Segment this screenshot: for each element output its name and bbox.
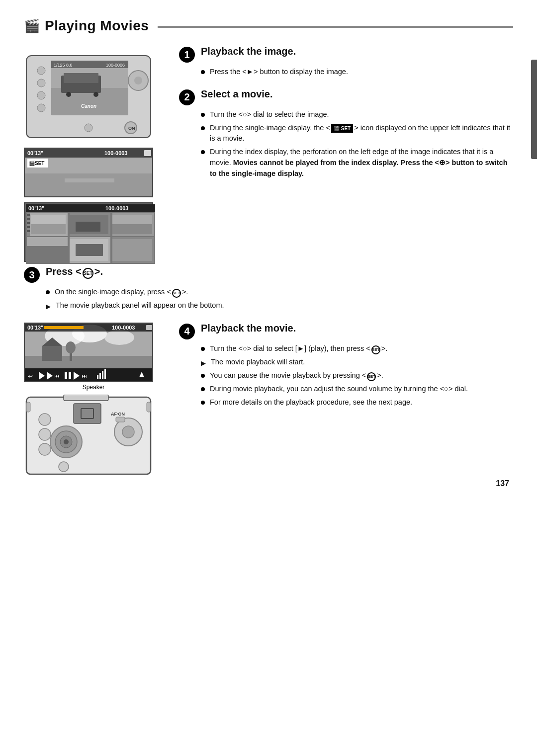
step-1-header: 1 Playback the image. xyxy=(179,46,513,63)
bullet-dot xyxy=(46,290,50,294)
svg-text:⏭: ⏭ xyxy=(82,373,87,379)
step-4-content: 4 Playback the movie. Turn the <○> dial … xyxy=(163,323,513,478)
svg-text:↩: ↩ xyxy=(28,373,33,380)
svg-text:ON: ON xyxy=(128,126,135,131)
arrow-icon: ▶ xyxy=(46,302,51,312)
step-3: 3 Press <SET>. On the single-image displ… xyxy=(24,266,513,312)
movie-set-icon: 🎬 SET xyxy=(331,124,353,133)
step-2: 2 Select a movie. Turn the <○> dial to s… xyxy=(179,88,513,179)
step-3-content: On the single-image display, press <SET>… xyxy=(24,287,513,312)
svg-rect-95 xyxy=(116,417,125,422)
camera-image: 1/125 8.0 100-0006 Canon ON xyxy=(24,46,153,143)
svg-rect-71 xyxy=(25,368,153,382)
svg-point-89 xyxy=(39,414,51,425)
step-3-bullet-2: ▶ The movie playback panel will appear o… xyxy=(46,300,513,312)
step-2-bullet-3: During the index display, the perforatio… xyxy=(201,147,513,179)
step-3-header: 3 Press <SET>. xyxy=(24,266,513,283)
set-icon-inline: SET xyxy=(172,289,181,298)
svg-text:100-0003: 100-0003 xyxy=(105,205,129,211)
svg-point-60 xyxy=(104,330,134,345)
step-4-bullet-3: You can pause the movie playback by pres… xyxy=(201,370,513,381)
svg-rect-24 xyxy=(65,178,114,182)
set-icon-inline2: SET xyxy=(371,345,380,354)
svg-point-13 xyxy=(37,79,45,87)
camera-body-illustration-wrapper: AF·ON xyxy=(24,395,163,478)
bullet-dot xyxy=(201,150,205,154)
step-4-header: 4 Playback the movie. xyxy=(179,323,513,339)
svg-rect-102 xyxy=(147,402,151,412)
svg-point-96 xyxy=(59,462,69,472)
svg-rect-51 xyxy=(27,237,68,246)
svg-rect-70 xyxy=(146,325,152,330)
step-3-number: 3 xyxy=(24,267,40,283)
svg-text:00'13": 00'13" xyxy=(27,150,43,156)
step-3-title: Press <SET>. xyxy=(46,266,103,279)
step-2-number: 2 xyxy=(179,89,195,105)
svg-rect-32 xyxy=(26,204,155,212)
svg-rect-25 xyxy=(25,149,153,158)
step-2-content: Turn the <○> dial to select the image. D… xyxy=(179,109,513,179)
svg-rect-43 xyxy=(31,215,66,224)
bullet-dot xyxy=(201,401,205,405)
svg-rect-101 xyxy=(26,402,30,412)
bullet-dot xyxy=(201,113,205,117)
svg-rect-68 xyxy=(44,326,84,329)
page-number: 137 xyxy=(496,479,509,488)
playback-image: 00'13" 100-0003 ↩ ⏮ xyxy=(24,323,153,382)
step-1-bullet-1-text: Press the <►> button to display the imag… xyxy=(210,67,513,78)
svg-point-15 xyxy=(37,104,45,112)
svg-rect-5 xyxy=(64,73,98,83)
step-2-bullet-2-text: During the single-image display, the <🎬 … xyxy=(210,123,513,145)
step-4-title: Playback the movie. xyxy=(201,323,296,334)
step-2-bullet-2: During the single-image display, the <🎬 … xyxy=(201,123,513,145)
step-2-title: Select a movie. xyxy=(201,88,273,100)
step-4-bullet-1: Turn the <○> dial to select [►] (play), … xyxy=(201,343,513,354)
svg-text:AF·ON: AF·ON xyxy=(111,412,125,417)
step-4-bullet-4-text: During movie playback, you can adjust th… xyxy=(210,384,513,395)
step-4-bullet-1-text: Turn the <○> dial to select [►] (play), … xyxy=(210,343,513,354)
svg-rect-37 xyxy=(27,214,30,216)
svg-text:Canon: Canon xyxy=(81,103,96,109)
steps-1-2-layout: 1/125 8.0 100-0006 Canon ON xyxy=(24,46,513,262)
step-4: 4 Playback the movie. Turn the <○> dial … xyxy=(179,323,513,408)
step-4-images: 00'13" 100-0003 ↩ ⏮ xyxy=(24,323,163,478)
svg-rect-80 xyxy=(97,375,98,379)
movie-icon: 🎬 xyxy=(24,18,40,34)
step-2-bullet-1: Turn the <○> dial to select the image. xyxy=(201,109,513,120)
step-4-bullet-3-text: You can pause the movie playback by pres… xyxy=(210,370,513,381)
bullet-dot xyxy=(201,70,205,74)
bullet-dot xyxy=(201,126,205,130)
svg-text:100-0003: 100-0003 xyxy=(104,150,128,156)
svg-rect-86 xyxy=(64,395,108,401)
step-4-content-inner: Turn the <○> dial to select [►] (play), … xyxy=(179,343,513,408)
page-title-row: 🎬 Playing Movies xyxy=(24,18,513,34)
step-3-bullet-1: On the single-image display, press <SET>… xyxy=(46,287,513,298)
page-title: Playing Movies xyxy=(45,18,149,34)
svg-point-6 xyxy=(66,92,71,97)
svg-rect-81 xyxy=(99,373,101,379)
set-icon: SET xyxy=(83,268,93,279)
step-1-content: Press the <►> button to display the imag… xyxy=(179,67,513,78)
svg-rect-56 xyxy=(112,239,152,261)
svg-point-12 xyxy=(37,67,45,75)
step-4-bullet-2: ▶ The movie playback will start. xyxy=(201,357,513,368)
page-container: 🎬 Playing Movies xyxy=(0,0,537,502)
svg-rect-83 xyxy=(104,369,106,379)
svg-point-91 xyxy=(39,443,51,455)
svg-rect-40 xyxy=(27,226,30,228)
step-2-header: 2 Select a movie. xyxy=(179,88,513,105)
svg-rect-76 xyxy=(65,372,67,379)
arrow-icon: ▶ xyxy=(201,358,206,368)
svg-text:00'13": 00'13" xyxy=(27,325,43,331)
step-1-number: 1 xyxy=(179,47,195,63)
svg-rect-46 xyxy=(76,222,100,232)
step-1-bullet-1: Press the <►> button to display the imag… xyxy=(201,67,513,78)
step-4-bullet-5: For more details on the playback procedu… xyxy=(201,397,513,408)
svg-rect-22 xyxy=(25,173,153,197)
step-3-bullet-1-text: On the single-image display, press <SET>… xyxy=(55,287,513,298)
svg-rect-82 xyxy=(102,371,103,379)
movie-thumbnail-single: 00'13" 100-0003 🎬SET xyxy=(24,148,153,197)
step-2-bullet-3-text: During the index display, the perforatio… xyxy=(210,147,513,179)
svg-text:100-0006: 100-0006 xyxy=(106,63,125,68)
bullet-dot xyxy=(201,347,205,351)
